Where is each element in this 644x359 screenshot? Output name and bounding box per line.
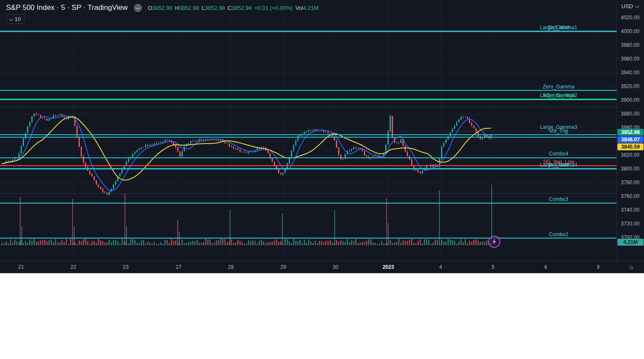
price-tick: 3920.00	[621, 83, 639, 89]
price-tick: 3780.00	[621, 180, 639, 186]
chevron-down-icon	[9, 16, 13, 21]
lightning-logo-icon[interactable]	[488, 236, 500, 248]
price-badge: 3846.07	[617, 136, 644, 143]
chart-pane[interactable]: Large_Gamma1Call_WallZero_GammaLarge_Gam…	[0, 0, 617, 261]
price-tick: 3900.00	[621, 97, 639, 103]
tradingview-chart-window: Large_Gamma1Call_WallZero_GammaLarge_Gam…	[0, 0, 644, 274]
price-tick: 3820.00	[621, 152, 639, 158]
price-tick: 3940.00	[621, 70, 639, 76]
price-badge: 3845.59	[617, 143, 644, 150]
low-value: 3852.98	[205, 5, 225, 11]
sun-icon[interactable]: ☼	[628, 263, 635, 271]
price-tick: 3740.00	[621, 207, 639, 213]
price-tick: 3800.00	[621, 166, 639, 172]
price-tick: 3960.00	[621, 56, 639, 62]
price-tick: 3760.00	[621, 193, 639, 199]
price-tick: 4020.00	[621, 15, 639, 21]
time-axis[interactable]: 2122232728293020234569 ☼	[0, 261, 644, 274]
time-label-5: 5	[492, 264, 495, 270]
exchange-label: SP	[72, 3, 81, 12]
time-label-21: 21	[18, 264, 24, 270]
time-label-9: 9	[597, 264, 600, 270]
symbol-title[interactable]: S&P 500 Index · 5 · SP · TradingView	[6, 3, 128, 12]
time-label-23: 23	[123, 264, 128, 270]
time-label-30: 30	[333, 264, 338, 270]
volume-value: 4.21M	[303, 5, 318, 11]
brand-label: · TradingView	[83, 3, 128, 12]
time-label-4: 4	[439, 264, 442, 270]
collapse-icon[interactable]: –	[134, 4, 142, 12]
currency-selector[interactable]: USD	[621, 3, 638, 9]
time-label-6: 6	[544, 264, 547, 270]
chevron-down-icon	[635, 4, 640, 8]
price-tick: 4000.00	[621, 28, 639, 34]
change-value: +0.01 (+0.00%)	[254, 5, 293, 11]
time-label-28: 28	[228, 264, 233, 270]
legend[interactable]: S&P 500 Index · 5 · SP · TradingView – O…	[6, 3, 319, 12]
interval-label[interactable]: 5	[61, 3, 65, 12]
volume-badge: 4.21M	[617, 239, 644, 246]
candlestick-chart	[0, 0, 617, 261]
ohlc-readout: O3852.98 H3852.98 L3852.98 C3852.98 +0.0…	[148, 5, 319, 11]
time-label-27: 27	[175, 264, 181, 270]
open-value: 3852.98	[152, 5, 172, 11]
time-label-2023: 2023	[383, 264, 394, 270]
high-value: 3852.98	[179, 5, 199, 11]
indicator-count-chip[interactable]: 10	[6, 14, 24, 24]
time-label-29: 29	[280, 264, 286, 270]
time-label-22: 22	[70, 264, 76, 270]
close-value: 3852.98	[232, 5, 252, 11]
price-badge: 3852.98	[617, 129, 644, 136]
price-tick: 3880.00	[621, 111, 639, 117]
price-tick: 3720.00	[621, 221, 639, 227]
price-axis[interactable]: USD 4020.004000.003980.003960.003940.003…	[617, 0, 644, 261]
price-tick: 3980.00	[621, 42, 639, 48]
